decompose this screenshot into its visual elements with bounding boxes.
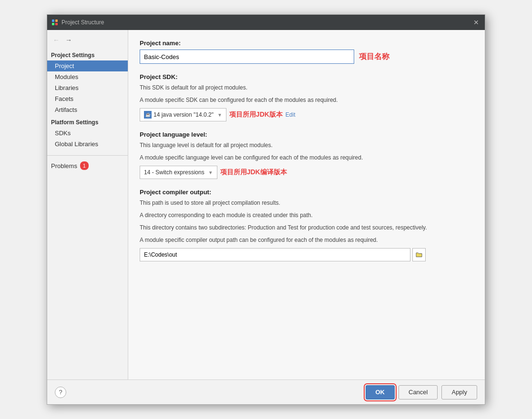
problems-label: Problems — [51, 162, 77, 170]
language-selector[interactable]: 14 - Switch expressions ▼ — [140, 166, 217, 179]
compiler-desc4: A module specific compiler output path c… — [140, 236, 473, 244]
language-level-section: Project language level: This language le… — [140, 131, 473, 179]
bottom-bar: ? OK Cancel Apply — [47, 379, 485, 404]
language-row: 14 - Switch expressions ▼ 项目所用JDK编译版本 — [140, 166, 473, 179]
svg-rect-0 — [52, 20, 54, 22]
compiler-folder-button[interactable] — [412, 248, 426, 261]
cancel-button[interactable]: Cancel — [399, 385, 438, 399]
compiler-desc1: This path is used to store all project c… — [140, 199, 473, 207]
compiler-output-section: Project compiler output: This path is us… — [140, 189, 473, 261]
svg-rect-2 — [52, 23, 54, 25]
project-sdk-label: Project SDK: — [140, 73, 473, 80]
content-area: ← → Project Settings Project Modules Lib… — [47, 30, 485, 379]
problems-section: Problems 1 — [47, 155, 128, 172]
sdk-chevron: ▼ — [217, 112, 222, 118]
project-structure-dialog: Project Structure ✕ ← → Project Settings… — [47, 14, 485, 405]
sidebar-item-artifacts[interactable]: Artifacts — [47, 104, 128, 115]
sidebar-item-sdks[interactable]: SDKs — [47, 128, 128, 139]
title-bar: Project Structure ✕ — [47, 15, 485, 30]
compiler-output-label: Project compiler output: — [140, 189, 473, 196]
apply-button[interactable]: Apply — [441, 385, 477, 399]
language-level-label: Project language level: — [140, 131, 473, 138]
back-button[interactable]: ← — [51, 35, 61, 45]
sidebar: ← → Project Settings Project Modules Lib… — [47, 30, 128, 379]
compiler-output-input[interactable] — [140, 248, 410, 261]
language-chevron: ▼ — [208, 170, 213, 175]
sdk-selector[interactable]: ☕ 14 java version "14.0.2" ▼ — [140, 108, 226, 121]
sdk-row: ☕ 14 java version "14.0.2" ▼ 项目所用JDK版本 E… — [140, 108, 473, 121]
svg-rect-1 — [55, 20, 58, 22]
language-value: 14 - Switch expressions — [144, 169, 205, 176]
compiler-desc3: This directory contains two subdirectori… — [140, 223, 473, 232]
sdk-desc1: This SDK is default for all project modu… — [140, 83, 473, 92]
sidebar-item-facets[interactable]: Facets — [47, 93, 128, 104]
dialog-icon — [51, 19, 59, 26]
project-sdk-section: Project SDK: This SDK is default for all… — [140, 73, 473, 121]
compiler-desc2: A directory corresponding to each module… — [140, 211, 473, 219]
main-content: Project name: 项目名称 Project SDK: This SDK… — [128, 30, 485, 379]
sdk-edit-link[interactable]: Edit — [286, 111, 296, 118]
project-settings-header: Project Settings — [47, 48, 128, 60]
help-button[interactable]: ? — [55, 387, 66, 398]
sidebar-nav: ← → — [47, 34, 128, 48]
language-desc2: A module specific language level can be … — [140, 153, 473, 162]
sidebar-item-global-libraries[interactable]: Global Libraries — [47, 139, 128, 150]
problems-badge: 1 — [80, 161, 89, 170]
language-desc1: This language level is default for all p… — [140, 141, 473, 150]
sidebar-item-modules[interactable]: Modules — [47, 71, 128, 82]
close-button[interactable]: ✕ — [471, 18, 481, 27]
platform-settings-header: Platform Settings — [47, 115, 128, 128]
sdk-desc2: A module specific SDK can be configured … — [140, 96, 473, 104]
sidebar-item-libraries[interactable]: Libraries — [47, 82, 128, 93]
forward-button[interactable]: → — [63, 35, 74, 45]
project-name-annotation: 项目名称 — [359, 52, 389, 62]
java-icon: ☕ — [144, 111, 152, 119]
ok-button[interactable]: OK — [366, 385, 395, 399]
sdk-annotation: 项目所用JDK版本 — [229, 110, 283, 119]
sidebar-item-project[interactable]: Project — [47, 60, 128, 71]
compiler-output-row — [140, 248, 426, 261]
dialog-title: Project Structure — [61, 19, 471, 26]
sdk-value: 14 java version "14.0.2" — [153, 111, 214, 118]
bottom-buttons: OK Cancel Apply — [366, 385, 478, 399]
svg-rect-3 — [55, 23, 58, 25]
project-name-input[interactable] — [140, 50, 354, 64]
project-name-label: Project name: — [140, 40, 473, 47]
project-name-section: Project name: 项目名称 — [140, 40, 473, 64]
sidebar-item-problems[interactable]: Problems 1 — [47, 160, 128, 172]
language-annotation: 项目所用JDK编译版本 — [220, 168, 287, 177]
